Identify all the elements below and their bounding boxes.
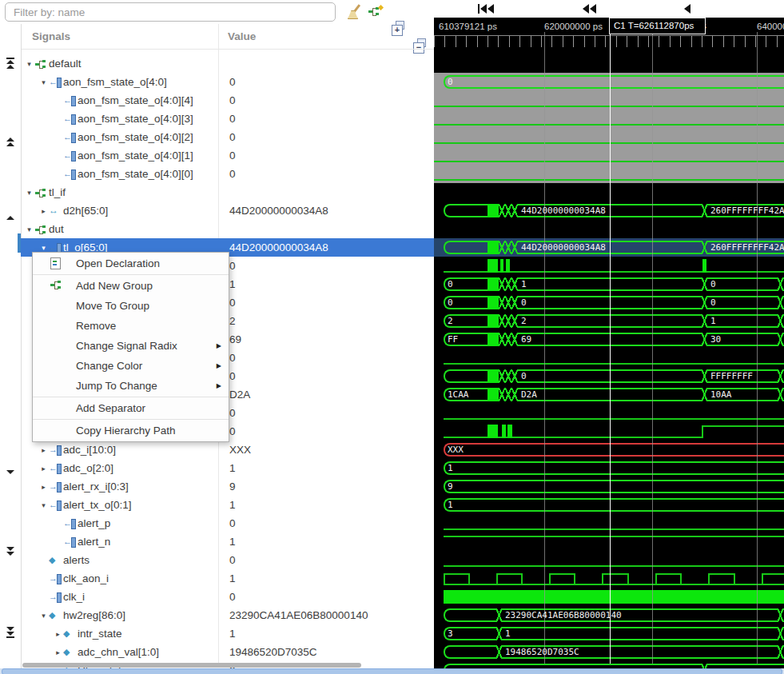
tree-row-adc-o[interactable]: adc_o[2:0] 1	[21, 459, 452, 477]
timeline-gridline	[652, 32, 653, 664]
tree-row-tl-if[interactable]: tl_if	[21, 183, 437, 201]
jump-to-bottom-icon[interactable]	[0, 627, 21, 638]
wave-value-label: 23290CA41AE06B80000140	[505, 610, 622, 620]
tree-row-adc-i[interactable]: adc_i[10:0] XXX	[21, 441, 452, 459]
tree-row-bit4[interactable]: aon_fsm_state_o[4:0][4] 0	[21, 91, 476, 110]
fast-backward-icon[interactable]	[583, 4, 596, 14]
expander-icon[interactable]	[53, 630, 63, 638]
waveform-canvas[interactable]: 610379121 ps 620000000 ps s 640000 C1 T=…	[434, 0, 784, 668]
menu-separator	[33, 397, 229, 397]
menu-item-change-color[interactable]: Change Color	[33, 356, 229, 376]
expander-icon[interactable]	[38, 465, 49, 473]
tree-row-dut[interactable]: dut	[21, 220, 437, 238]
wave-value-label: 69	[521, 334, 531, 345]
wave-value-label: 2	[448, 316, 453, 326]
menu-item-copy-hierarchy-path[interactable]: Copy Hierarchy Path	[33, 421, 229, 441]
tree-row-default[interactable]: default	[21, 54, 437, 73]
menu-item-move-to-group[interactable]: Move To Group	[33, 296, 229, 316]
menu-item-jump-to-change[interactable]: Jump To Change	[33, 376, 229, 396]
output-port-icon	[63, 114, 76, 125]
group-icon	[34, 58, 47, 70]
signal-label: clk_i	[63, 591, 85, 603]
signal-label: aon_fsm_state_o[4:0][4]	[78, 94, 193, 106]
page-down-icon[interactable]	[0, 547, 21, 556]
wave-value-label: 44D20000000034A8	[521, 242, 606, 253]
output-port-icon	[63, 536, 76, 548]
skip-to-start-icon[interactable]	[478, 4, 494, 14]
expander-icon[interactable]	[24, 189, 34, 197]
output-port-icon	[63, 95, 76, 106]
filter-input[interactable]	[5, 2, 336, 22]
menu-item-label: Jump To Change	[76, 380, 157, 392]
expander-icon[interactable]	[38, 501, 49, 509]
tree-row-bit1[interactable]: aon_fsm_state_o[4:0][1] 0	[21, 146, 476, 165]
expander-icon[interactable]	[38, 446, 49, 454]
tree-row-hw2reg[interactable]: hw2reg[86:0] 23290CA41AE06B80000140	[21, 606, 452, 624]
expander-icon[interactable]	[38, 244, 49, 252]
wave-row-alerts	[434, 551, 784, 569]
menu-item-remove[interactable]: Remove	[33, 316, 229, 336]
tree-row-alert-p[interactable]: alert_p 0	[21, 514, 476, 532]
expander-icon[interactable]	[38, 483, 49, 491]
tree-horizontal-scrollbar[interactable]	[22, 663, 361, 668]
expander-icon[interactable]	[53, 648, 63, 656]
expander-icon[interactable]	[24, 225, 34, 233]
group-icon	[34, 187, 47, 198]
menu-separator	[33, 274, 229, 275]
menu-item-label: Remove	[76, 320, 116, 332]
menu-item-add-separator[interactable]: Add Separator	[33, 398, 229, 418]
wave-row-bus-source: FF 69 30	[434, 330, 784, 349]
collapse-all-icon[interactable]	[412, 38, 430, 55]
timeline-gridline	[544, 32, 545, 664]
wave-value-label: 0	[448, 279, 453, 289]
bottom-scrollbar-thumb[interactable]	[2, 668, 782, 674]
expander-icon[interactable]	[38, 207, 49, 215]
expander-icon[interactable]	[24, 60, 34, 68]
page-up-icon[interactable]	[0, 138, 21, 146]
clear-filter-icon[interactable]	[346, 3, 364, 21]
tree-row-alert-n[interactable]: alert_n 1	[21, 532, 476, 551]
menu-item-label: Move To Group	[76, 300, 149, 312]
scroll-up-icon[interactable]	[0, 216, 21, 220]
menu-item-add-new-group[interactable]: Add New Group	[33, 276, 229, 296]
expander-icon[interactable]	[38, 78, 49, 86]
tree-row-adc-chn-val[interactable]: adc_chn_val[1:0] 19486520D7035C	[21, 643, 466, 661]
timeline-gridline	[757, 32, 758, 664]
cursor-time-box[interactable]: C1 T=626112870ps	[609, 18, 706, 34]
tree-row-alert-tx-o[interactable]: alert_tx_o[0:1] 1	[21, 496, 452, 514]
wave-value-label: 260FFFFFFFF42A9	[710, 242, 784, 253]
tree-row-bit2[interactable]: aon_fsm_state_o[4:0][2] 0	[21, 128, 476, 146]
value-column-header: Value	[228, 30, 256, 42]
signal-value: 0	[229, 150, 236, 162]
scroll-down-icon[interactable]	[0, 470, 21, 474]
signal-value: 0	[229, 260, 236, 272]
add-group-icon[interactable]	[368, 6, 386, 23]
signal-value: 1	[229, 278, 236, 290]
wave-value-label: 0	[448, 297, 453, 308]
jump-to-top-icon[interactable]	[0, 58, 21, 69]
tree-row-bit3[interactable]: aon_fsm_state_o[4:0][3] 0	[21, 110, 476, 128]
wave-row-dut-group	[434, 220, 784, 238]
menu-item-change-signal-radix[interactable]: Change Signal Radix	[33, 336, 229, 356]
tree-row-intr-state[interactable]: intr_state 1	[21, 624, 466, 643]
tree-row-alerts[interactable]: alerts 0	[21, 551, 462, 569]
step-backward-icon[interactable]	[684, 4, 690, 14]
signal-value: 1	[229, 628, 236, 640]
expander-icon[interactable]	[38, 612, 49, 620]
signal-value: 0	[229, 94, 236, 106]
tree-row-clk-i[interactable]: clk_i 0	[21, 588, 462, 606]
waveform-toolbar	[434, 0, 784, 18]
signal-label: aon_fsm_state_o[4:0][3]	[78, 113, 193, 125]
tree-row-d2h[interactable]: d2h[65:0] 44D20000000034A8	[21, 201, 452, 220]
menu-item-label: Add New Group	[76, 280, 153, 292]
signal-value: 0	[229, 76, 236, 88]
tree-row-aon-fsm-state[interactable]: aon_fsm_state_o[4:0] 0	[21, 73, 452, 91]
tree-row-clk-aon-i[interactable]: clk_aon_i 1	[21, 569, 462, 588]
wave-row-bus-sink: 0 FFFFFFFF	[434, 367, 784, 385]
output-port-icon	[63, 169, 76, 180]
menu-item-open-declaration[interactable]: Open Declaration	[33, 253, 229, 273]
tree-row-bit0[interactable]: aon_fsm_state_o[4:0][0] 0	[21, 165, 476, 183]
expand-all-icon[interactable]	[391, 20, 408, 38]
wave-value-label: 1	[448, 500, 453, 510]
tree-row-alert-rx-i[interactable]: alert_rx_i[0:3] 9	[21, 477, 452, 496]
